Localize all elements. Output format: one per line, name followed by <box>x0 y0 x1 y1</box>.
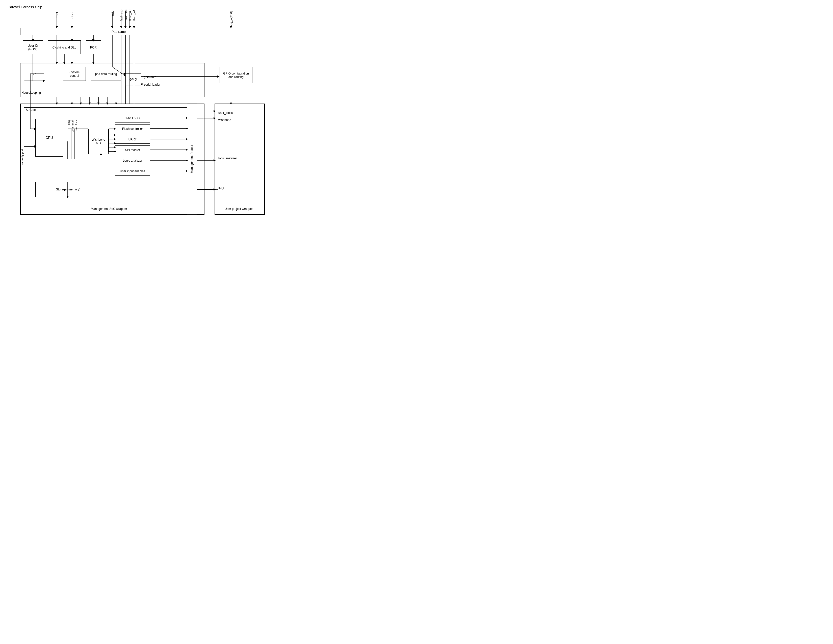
core-reset-label: core reset <box>71 120 74 132</box>
chip-title: Caravel Harness Chip <box>8 5 42 9</box>
userid-label: User ID(ROM) <box>28 44 38 51</box>
mgmt-soc-wrapper-label: Management SoC wrapper <box>91 207 127 211</box>
user-clock-inner-label: user_clock <box>218 111 233 115</box>
padframe-box: Padframe <box>20 28 217 35</box>
wishbone-inner-label: wishbone <box>218 118 231 122</box>
gpio-config-label: GPIO configurationand routing <box>223 72 249 79</box>
irq-inner-label: IRQ <box>218 187 224 190</box>
flash-clk-label: flash_clk <box>124 10 127 21</box>
flash-io1-label: flash_io1 <box>133 10 136 21</box>
spi-box: SPI <box>24 67 44 81</box>
storage-label: Storage (memory) <box>56 188 80 191</box>
padrouting-label: pad data routing <box>95 72 117 76</box>
serial-loader-label: serial loader <box>144 83 160 86</box>
mprj-io-label: mprj_io[37:0] <box>230 11 233 27</box>
syscontrol-box: Systemcontrol <box>63 67 86 81</box>
core-clock-label: core clock <box>75 120 78 133</box>
uart-box: UART <box>115 135 150 144</box>
irq-cpu-label: IRQ <box>68 120 71 125</box>
gpio-data-label: gpio data <box>144 75 156 79</box>
por-box: POR <box>86 40 101 54</box>
logic-analyzer-label: Logic analyzer <box>123 159 142 163</box>
spi-master-label: SPI master <box>125 148 140 152</box>
storage-box: Storage (memory) <box>35 182 101 197</box>
read-only-port-label: read-only port <box>21 149 24 166</box>
spi-label: SPI <box>32 72 36 76</box>
flash-io0-label: flash_io0 <box>129 10 132 21</box>
syscontrol-label: Systemcontrol <box>69 71 79 77</box>
user-project-label: User project wrapper <box>225 207 252 211</box>
clocking-box: Clocking and DLL <box>48 40 81 54</box>
housekeeping-label: Housekeeping <box>21 91 41 95</box>
logic-analyzer-inner-label: logic analyzer <box>218 156 237 160</box>
reset-label: reset <box>56 12 59 18</box>
mgmt-protect-box: Management Protect <box>187 103 197 215</box>
padrouting-box: pad data routing <box>91 67 121 81</box>
diagram-container: Caravel Harness Chip reset clock gpio fl… <box>5 5 273 222</box>
cpu-box: CPU <box>35 119 63 156</box>
spi-master-box: SPI master <box>115 145 150 154</box>
padframe-label: Padframe <box>112 30 126 34</box>
uart-label: UART <box>129 138 137 141</box>
logic-analyzer-box: Logic analyzer <box>115 156 150 165</box>
gpio-config-box: GPIO configurationand routing <box>220 67 252 83</box>
user-input-box: User input enables <box>115 167 150 175</box>
gpio-1bit-box: 1-bit GPIO <box>115 114 150 122</box>
gpio-label: gpio <box>111 11 114 16</box>
wishbone-label: Wishbonebus <box>92 138 105 145</box>
flash-ctrl-label: Flash controller <box>122 127 143 130</box>
clocking-label: Clocking and DLL <box>53 46 77 49</box>
userid-box: User ID(ROM) <box>23 40 43 54</box>
gpio-1bit-label: 1-bit GPIO <box>125 116 140 120</box>
por-label: POR <box>90 46 96 49</box>
clock-label: clock <box>71 12 74 18</box>
user-input-label: User input enables <box>120 169 145 173</box>
cpu-label: CPU <box>45 135 53 140</box>
flash-csb-label: flash_csb <box>120 10 123 21</box>
gpio-hk-label: GPIO <box>129 78 137 81</box>
wishbone-box: Wishbonebus <box>88 129 109 154</box>
flash-ctrl-box: Flash controller <box>115 124 150 133</box>
soc-core-label: SoC core <box>26 108 39 112</box>
mgmt-protect-label: Management Protect <box>190 145 194 173</box>
gpio-hk-box: GPIO <box>125 73 142 86</box>
